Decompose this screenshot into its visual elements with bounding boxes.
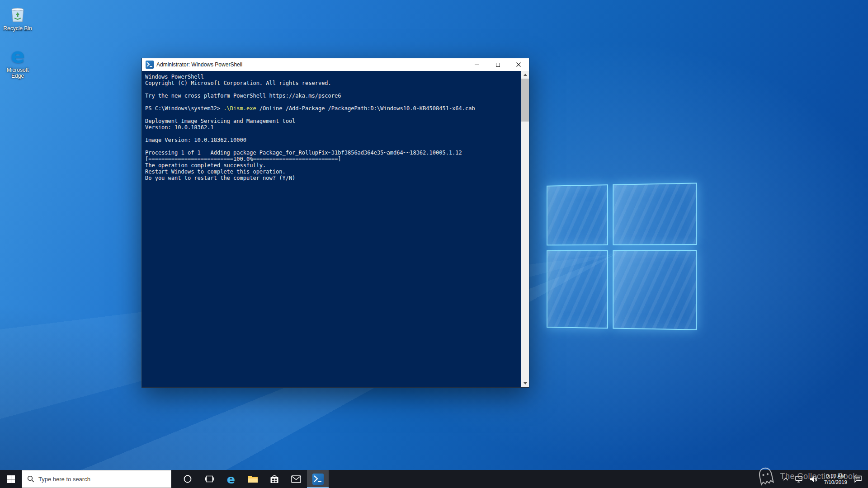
desktop-icon-recycle-bin[interactable]: Recycle Bin — [0, 4, 35, 32]
powershell-icon — [312, 474, 324, 485]
start-button[interactable] — [0, 470, 22, 488]
console-line: Version: 10.0.18362.1 — [145, 124, 520, 131]
taskbar-search[interactable] — [22, 470, 171, 488]
action-center-button[interactable] — [851, 470, 865, 488]
taskbar: e — [0, 470, 868, 488]
scrollbar-thumb[interactable] — [521, 79, 529, 122]
console-line: [==========================100.0%=======… — [145, 156, 520, 162]
edge-icon: e — [227, 473, 235, 485]
minimize-button[interactable] — [467, 58, 487, 71]
window-title: Administrator: Windows PowerShell — [156, 61, 467, 68]
network-icon — [795, 476, 803, 483]
taskbar-item-cortana[interactable] — [177, 470, 198, 488]
chevron-up-icon — [783, 477, 789, 481]
console-line — [145, 143, 520, 150]
console-line: Processing 1 of 1 - Adding package Packa… — [145, 150, 520, 156]
console-output[interactable]: Windows PowerShellCopyright (C) Microsof… — [142, 71, 521, 387]
powershell-window-icon — [146, 61, 154, 69]
console-scrollbar[interactable] — [521, 71, 529, 387]
window-titlebar[interactable]: Administrator: Windows PowerShell — [142, 58, 529, 71]
console-line: Windows PowerShell — [145, 74, 520, 80]
wallpaper-logo-pane — [547, 250, 608, 329]
console-line — [145, 99, 520, 105]
mail-icon — [291, 475, 301, 483]
system-tray: 9:10 AM 7/10/2019 — [779, 470, 868, 488]
console-line — [145, 131, 520, 137]
wallpaper-logo-pane — [613, 250, 697, 330]
wallpaper-logo-pane — [613, 183, 697, 245]
search-icon — [27, 475, 34, 483]
taskbar-clock[interactable]: 9:10 AM 7/10/2019 — [821, 473, 851, 485]
maximize-button[interactable] — [487, 58, 508, 71]
taskbar-item-microsoft-store[interactable] — [264, 470, 285, 488]
console-line: Do you want to restart the computer now?… — [145, 175, 520, 181]
taskbar-item-file-explorer[interactable] — [242, 470, 264, 488]
console-line — [145, 112, 520, 118]
start-icon — [7, 475, 15, 483]
clock-date: 7/10/2019 — [824, 479, 847, 485]
minimize-icon — [475, 65, 479, 65]
cortana-icon — [183, 474, 192, 483]
console-line: PS C:\Windows\system32> .\Dism.exe /Onli… — [145, 105, 520, 112]
network-tray-button[interactable] — [792, 470, 807, 488]
console-line: Copyright (C) Microsoft Corporation. All… — [145, 80, 520, 86]
volume-icon — [810, 476, 817, 483]
console-line: Restart Windows to complete this operati… — [145, 169, 520, 175]
wallpaper-logo-pane — [547, 184, 608, 245]
desktop: Recycle Bin e Microsoft Edge Administrat… — [0, 0, 868, 488]
powershell-window: Administrator: Windows PowerShell Window… — [142, 58, 529, 388]
scroll-up-icon — [524, 74, 527, 76]
desktop-icon-label: Recycle Bin — [3, 26, 32, 32]
scroll-up-button[interactable] — [521, 71, 529, 79]
close-icon — [516, 62, 521, 67]
scroll-down-icon — [524, 382, 527, 385]
recycle-bin-icon — [7, 4, 28, 24]
console-line — [145, 86, 520, 93]
clock-time: 9:10 AM — [826, 473, 845, 479]
console-line: Image Version: 10.0.18362.10000 — [145, 137, 520, 143]
edge-icon: e — [7, 45, 28, 66]
maximize-icon — [496, 63, 500, 67]
action-center-icon — [854, 475, 862, 483]
hidden-icons-button[interactable] — [779, 470, 792, 488]
task-view-icon — [205, 475, 214, 483]
desktop-icon-label: Microsoft Edge — [0, 67, 35, 79]
scrollbar-track[interactable] — [521, 79, 529, 380]
file-explorer-icon — [247, 474, 258, 483]
console-line: Try the new cross-platform PowerShell ht… — [145, 93, 520, 99]
wallpaper-windows-logo — [547, 183, 705, 339]
volume-tray-button[interactable] — [807, 470, 821, 488]
taskbar-item-edge[interactable]: e — [220, 470, 242, 488]
taskbar-item-task-view[interactable] — [198, 470, 220, 488]
console-area[interactable]: Windows PowerShellCopyright (C) Microsof… — [142, 71, 529, 387]
taskbar-item-mail[interactable] — [285, 470, 307, 488]
desktop-icon-microsoft-edge[interactable]: e Microsoft Edge — [0, 45, 35, 79]
scroll-down-button[interactable] — [521, 380, 529, 387]
close-button[interactable] — [508, 58, 529, 71]
console-line: Deployment Image Servicing and Managemen… — [145, 118, 520, 124]
microsoft-store-icon — [269, 474, 279, 484]
taskbar-item-powershell[interactable] — [307, 470, 329, 488]
console-line: The operation completed successfully. — [145, 162, 520, 169]
search-input[interactable] — [38, 476, 151, 483]
